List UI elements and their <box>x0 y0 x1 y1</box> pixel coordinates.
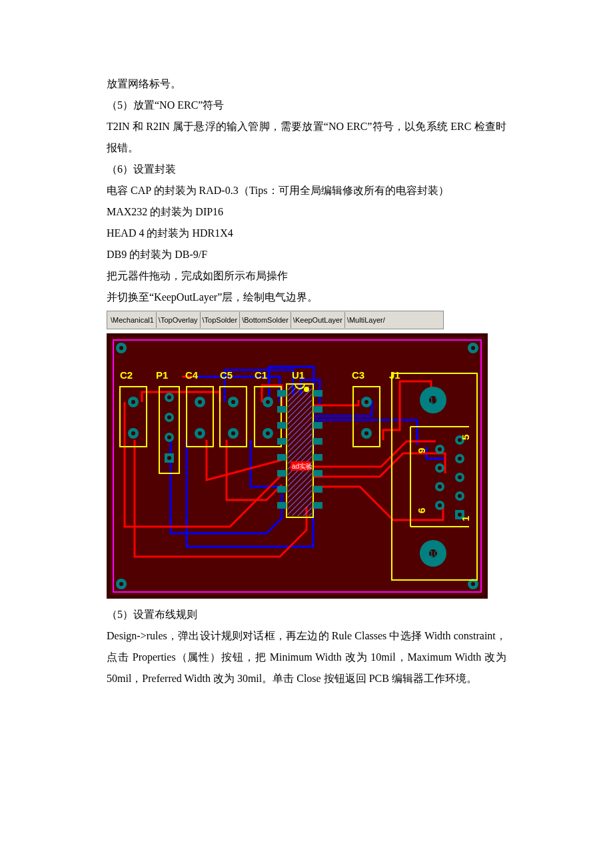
svg-point-78 <box>458 457 462 461</box>
svg-point-70 <box>364 431 368 435</box>
svg-rect-33 <box>313 390 322 397</box>
svg-point-80 <box>458 475 462 479</box>
paragraph: 把元器件拖动，完成如图所示布局操作 <box>107 265 506 287</box>
designator-c5: C5 <box>220 369 233 381</box>
svg-rect-36 <box>313 438 322 445</box>
svg-rect-37 <box>313 454 322 461</box>
svg-text:10: 10 <box>429 549 438 559</box>
svg-point-10 <box>471 582 475 586</box>
paragraph: 电容 CAP 的封装为 RAD-0.3（Tips：可用全局编辑修改所有的电容封装… <box>107 180 506 201</box>
svg-point-44 <box>131 400 135 404</box>
svg-point-60 <box>231 400 235 404</box>
svg-point-24 <box>304 387 309 392</box>
pcb-layout-image: ad实验 <box>107 333 488 599</box>
svg-point-46 <box>131 431 135 435</box>
paragraph: T2IN 和 R2IN 属于悬浮的输入管脚，需要放置“NO ERC”符号，以免系… <box>107 116 506 159</box>
svg-rect-32 <box>277 502 287 509</box>
svg-point-54 <box>167 456 171 460</box>
svg-rect-39 <box>313 486 322 493</box>
layer-tab-bottomsolder[interactable]: \BottomSolder <box>240 312 291 328</box>
svg-point-58 <box>198 431 202 435</box>
paragraph: DB9 的封装为 DB-9/F <box>107 244 506 265</box>
svg-point-48 <box>167 395 171 399</box>
paragraph: HEAD 4 的封装为 HDR1X4 <box>107 223 506 244</box>
svg-rect-25 <box>277 390 287 397</box>
svg-point-56 <box>198 400 202 404</box>
svg-point-6 <box>471 346 475 350</box>
svg-point-52 <box>167 435 171 439</box>
svg-text:1: 1 <box>460 516 471 521</box>
svg-rect-40 <box>313 502 322 509</box>
svg-point-62 <box>231 431 235 435</box>
svg-point-90 <box>438 485 442 489</box>
svg-point-88 <box>438 466 442 470</box>
paragraph: 放置网络标号。 <box>107 73 506 95</box>
designator-j1: J1 <box>389 369 400 381</box>
svg-text:5: 5 <box>460 435 471 440</box>
svg-text:9: 9 <box>416 448 427 453</box>
svg-rect-26 <box>277 406 287 413</box>
svg-rect-31 <box>277 486 287 493</box>
paragraph: Design->rules，弹出设计规则对话框，再左边的 Rule Classe… <box>107 625 506 689</box>
designator-c4: C4 <box>185 369 199 381</box>
svg-point-66 <box>266 431 270 435</box>
svg-rect-30 <box>277 470 287 477</box>
svg-point-8 <box>119 582 123 586</box>
layer-tab-multilayer[interactable]: \MultiLayer/ <box>345 312 387 328</box>
paragraph: MAX232 的封装为 DIP16 <box>107 201 506 223</box>
svg-text:6: 6 <box>416 508 427 513</box>
svg-rect-28 <box>277 438 287 445</box>
svg-point-92 <box>438 503 442 507</box>
designator-u1: U1 <box>292 369 305 381</box>
svg-rect-29 <box>277 454 287 461</box>
svg-point-64 <box>266 400 270 404</box>
designator-p1: P1 <box>156 369 168 381</box>
layer-tab-topoverlay[interactable]: \TopOverlay <box>157 312 201 328</box>
svg-rect-27 <box>277 422 287 429</box>
layer-tab-mechanical1[interactable]: \Mechanical1 <box>109 312 157 328</box>
layer-tab-keepoutlayer[interactable]: \KeepOutLayer <box>291 312 345 328</box>
layer-tab-topsolder[interactable]: \TopSolder <box>201 312 241 328</box>
paragraph: 并切换至“KeepOutLayer”层，绘制电气边界。 <box>107 287 506 308</box>
svg-point-82 <box>458 494 462 498</box>
svg-rect-23 <box>288 385 312 516</box>
document-page: 放置网络标号。 （5）放置“NO ERC”符号 T2IN 和 R2IN 属于悬浮… <box>0 0 613 868</box>
svg-point-68 <box>364 400 368 404</box>
svg-point-4 <box>119 346 123 350</box>
svg-rect-35 <box>313 422 322 429</box>
paragraph: （6）设置封装 <box>107 159 506 180</box>
designator-c2: C2 <box>120 369 133 381</box>
svg-point-86 <box>438 447 442 451</box>
svg-rect-38 <box>313 470 322 477</box>
svg-text:ad实验: ad实验 <box>292 463 312 470</box>
paragraph: （5）设置布线规则 <box>107 604 506 625</box>
paragraph: （5）放置“NO ERC”符号 <box>107 95 506 116</box>
svg-text:11: 11 <box>429 395 438 405</box>
svg-rect-34 <box>313 406 322 413</box>
layer-tabs: \Mechanical1 \TopOverlay \TopSolder \Bot… <box>107 311 444 329</box>
svg-point-50 <box>167 415 171 419</box>
designator-c3: C3 <box>352 369 364 381</box>
designator-c1: C1 <box>255 369 267 381</box>
